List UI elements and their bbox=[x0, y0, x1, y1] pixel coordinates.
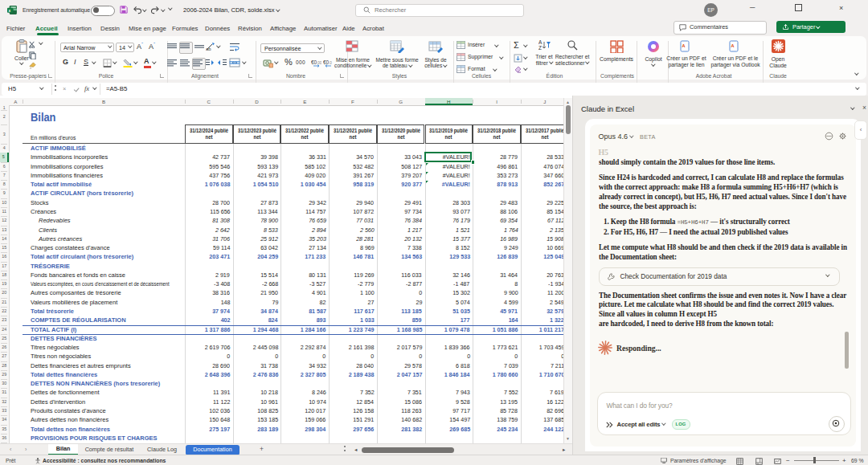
svg-text:A: A bbox=[682, 43, 685, 48]
svg-text:A: A bbox=[731, 43, 734, 48]
